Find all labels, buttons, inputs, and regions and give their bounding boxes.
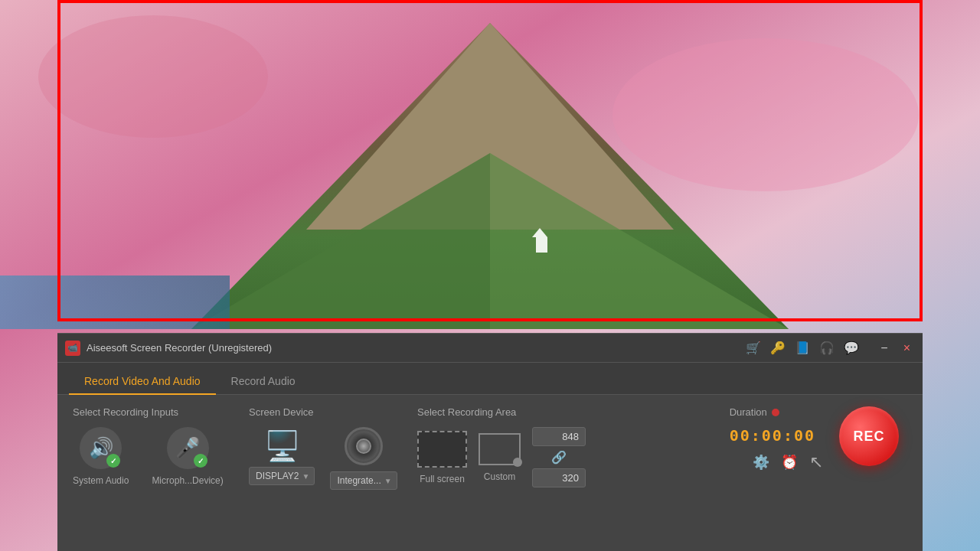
monitor-item: 🖥️ DISPLAY2 ▼ xyxy=(249,432,315,485)
close-button[interactable]: × xyxy=(899,340,915,357)
rec-label: REC xyxy=(853,429,884,445)
microphone-icon-circle: 🎤 ✓ xyxy=(167,427,209,469)
right-panel: Duration 00:00:00 ⚙️ ⏰ ↖ xyxy=(624,406,831,472)
microphone-check: ✓ xyxy=(194,454,207,468)
tab-video-audio[interactable]: Record Video And Audio xyxy=(69,369,216,395)
app-title: Aiseesoft Screen Recorder (Unregistered) xyxy=(87,342,272,354)
app-window: 📹 Aiseesoft Screen Recorder (Unregistere… xyxy=(57,333,923,551)
link-icon: 🔗 xyxy=(551,450,567,465)
svg-rect-8 xyxy=(536,237,547,253)
title-right: 🛒 🔑 📘 🎧 💬 − × xyxy=(746,340,915,357)
cursor-icon[interactable]: ↖ xyxy=(809,452,823,472)
fullscreen-label: Full screen xyxy=(420,474,465,484)
tab-audio[interactable]: Record Audio xyxy=(216,369,311,395)
dimensions-col: 🔗 xyxy=(532,427,586,487)
height-input[interactable] xyxy=(532,468,586,487)
app-icon: 📹 xyxy=(65,341,80,356)
content-row: Select Recording Inputs 🔊 ✓ System Audio… xyxy=(73,406,907,490)
custom-resize-handle xyxy=(513,458,522,467)
settings-icon[interactable]: ⚙️ xyxy=(753,454,769,471)
duration-dot xyxy=(772,409,779,416)
title-bar: 📹 Aiseesoft Screen Recorder (Unregistere… xyxy=(57,334,923,363)
system-audio-label: System Audio xyxy=(73,475,129,486)
rec-button[interactable]: REC xyxy=(839,406,899,466)
camera-icon xyxy=(345,427,383,465)
input-section: Select Recording Inputs 🔊 ✓ System Audio… xyxy=(73,406,249,486)
width-input[interactable] xyxy=(532,427,586,446)
fullscreen-item[interactable]: Full screen xyxy=(417,431,467,484)
camera-lens-inner xyxy=(356,439,371,454)
support-icon[interactable]: 🎧 xyxy=(819,341,835,355)
device-row: 🖥️ DISPLAY2 ▼ Integrate... ▼ xyxy=(249,427,417,490)
screen-device-section: Screen Device 🖥️ DISPLAY2 ▼ xyxy=(249,406,417,490)
area-inner: Full screen Custom 🔗 xyxy=(417,427,624,487)
duration-text: Duration xyxy=(730,406,767,418)
window-controls: − × xyxy=(876,340,915,357)
camera-item: Integrate... ▼ xyxy=(330,427,397,490)
timer-icon[interactable]: ⏰ xyxy=(781,454,798,471)
input-icons-row: 🔊 ✓ System Audio 🎤 ✓ Microph...Device) xyxy=(73,427,249,486)
duration-label-row: Duration xyxy=(730,406,815,418)
svg-point-6 xyxy=(612,38,919,191)
recording-area-label: Select Recording Area xyxy=(417,406,624,418)
custom-label: Custom xyxy=(484,471,515,482)
feedback-icon[interactable]: 💬 xyxy=(844,341,859,355)
title-left: 📹 Aiseesoft Screen Recorder (Unregistere… xyxy=(65,341,272,356)
camera-arrow: ▼ xyxy=(384,477,392,485)
facebook-icon[interactable]: 📘 xyxy=(795,341,810,355)
microphone-item[interactable]: 🎤 ✓ Microph...Device) xyxy=(152,427,223,486)
input-section-label: Select Recording Inputs xyxy=(73,406,249,418)
screen-device-label: Screen Device xyxy=(249,406,417,418)
system-audio-item[interactable]: 🔊 ✓ System Audio xyxy=(73,427,129,486)
custom-box-wrapper xyxy=(479,433,521,465)
rec-section: REC xyxy=(831,406,907,466)
monitor-icon: 🖥️ xyxy=(264,432,300,461)
minimize-button[interactable]: − xyxy=(876,340,892,357)
custom-item[interactable]: Custom xyxy=(479,433,521,482)
display-arrow: ▼ xyxy=(302,472,309,481)
system-audio-icon-circle: 🔊 ✓ xyxy=(80,427,122,469)
svg-rect-5 xyxy=(0,276,230,329)
fullscreen-box xyxy=(417,431,467,468)
camera-value: Integrate... xyxy=(337,475,381,486)
svg-point-7 xyxy=(38,15,268,138)
system-audio-check: ✓ xyxy=(106,454,120,468)
recording-area-section: Select Recording Area Full screen Custom xyxy=(417,406,624,487)
duration-block: Duration 00:00:00 xyxy=(730,406,815,445)
key-icon[interactable]: 🔑 xyxy=(770,341,786,355)
bottom-row: ⚙️ ⏰ ↖ xyxy=(753,452,823,472)
tabs-container: Record Video And Audio Record Audio xyxy=(57,363,923,395)
display-dropdown[interactable]: DISPLAY2 ▼ xyxy=(249,467,315,485)
duration-time: 00:00:00 xyxy=(730,426,815,445)
display-value: DISPLAY2 xyxy=(256,471,299,481)
microphone-label: Microph...Device) xyxy=(152,475,223,486)
camera-dropdown[interactable]: Integrate... ▼ xyxy=(330,471,397,490)
cart-icon[interactable]: 🛒 xyxy=(746,341,761,355)
main-content: Select Recording Inputs 🔊 ✓ System Audio… xyxy=(57,395,923,551)
